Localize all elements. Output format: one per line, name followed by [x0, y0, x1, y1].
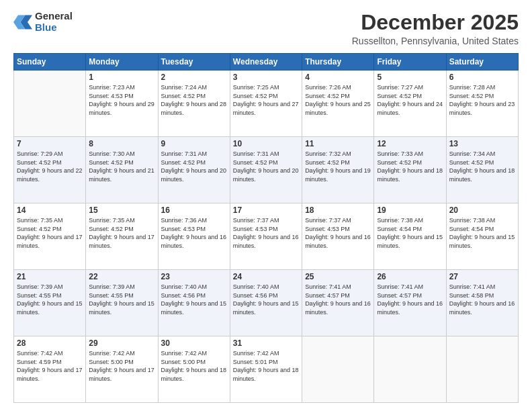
calendar-week-row: 7 Sunrise: 7:29 AMSunset: 4:52 PMDayligh…: [14, 137, 519, 203]
day-info: Sunrise: 7:42 AMSunset: 5:00 PMDaylight:…: [89, 349, 154, 383]
calendar-week-row: 28 Sunrise: 7:42 AMSunset: 4:59 PMDaylig…: [14, 336, 519, 403]
table-row: 20 Sunrise: 7:38 AMSunset: 4:54 PMDaylig…: [446, 203, 518, 270]
table-row: [14, 71, 86, 137]
table-row: 12 Sunrise: 7:33 AMSunset: 4:52 PMDaylig…: [374, 137, 446, 203]
day-info: Sunrise: 7:42 AMSunset: 4:59 PMDaylight:…: [17, 349, 83, 383]
day-number: 7: [17, 139, 83, 148]
table-row: 16 Sunrise: 7:36 AMSunset: 4:53 PMDaylig…: [158, 203, 230, 270]
day-info: Sunrise: 7:28 AMSunset: 4:52 PMDaylight:…: [449, 83, 515, 117]
col-tuesday: Tuesday: [158, 54, 230, 71]
table-row: 30 Sunrise: 7:42 AMSunset: 5:00 PMDaylig…: [158, 336, 230, 403]
day-number: 29: [89, 338, 154, 348]
day-info: Sunrise: 7:38 AMSunset: 4:54 PMDaylight:…: [449, 216, 515, 250]
col-monday: Monday: [86, 54, 158, 71]
table-row: 19 Sunrise: 7:38 AMSunset: 4:54 PMDaylig…: [374, 203, 446, 270]
day-number: 18: [305, 205, 371, 215]
day-number: 1: [89, 73, 154, 82]
table-row: [302, 336, 374, 403]
day-info: Sunrise: 7:26 AMSunset: 4:52 PMDaylight:…: [305, 83, 371, 117]
day-number: 5: [377, 73, 443, 82]
day-number: 4: [305, 73, 371, 82]
table-row: 22 Sunrise: 7:39 AMSunset: 4:55 PMDaylig…: [86, 270, 158, 336]
day-info: Sunrise: 7:23 AMSunset: 4:53 PMDaylight:…: [89, 83, 154, 117]
table-row: [446, 336, 518, 403]
day-number: 13: [449, 139, 515, 148]
table-row: 5 Sunrise: 7:27 AMSunset: 4:52 PMDayligh…: [374, 71, 446, 137]
table-row: 9 Sunrise: 7:31 AMSunset: 4:52 PMDayligh…: [158, 137, 230, 203]
day-number: 16: [161, 205, 227, 215]
table-row: 7 Sunrise: 7:29 AMSunset: 4:52 PMDayligh…: [14, 137, 86, 203]
table-row: 23 Sunrise: 7:40 AMSunset: 4:56 PMDaylig…: [158, 270, 230, 336]
day-info: Sunrise: 7:35 AMSunset: 4:52 PMDaylight:…: [89, 216, 154, 250]
table-row: 29 Sunrise: 7:42 AMSunset: 5:00 PMDaylig…: [86, 336, 158, 403]
table-row: 31 Sunrise: 7:42 AMSunset: 5:01 PMDaylig…: [230, 336, 302, 403]
table-row: 26 Sunrise: 7:41 AMSunset: 4:57 PMDaylig…: [374, 270, 446, 336]
table-row: 8 Sunrise: 7:30 AMSunset: 4:52 PMDayligh…: [86, 137, 158, 203]
header: General Blue December 2025 Russellton, P…: [13, 11, 519, 46]
day-info: Sunrise: 7:29 AMSunset: 4:52 PMDaylight:…: [17, 150, 83, 183]
day-number: 9: [161, 139, 227, 148]
table-row: 2 Sunrise: 7:24 AMSunset: 4:52 PMDayligh…: [158, 71, 230, 137]
calendar-header-row: Sunday Monday Tuesday Wednesday Thursday…: [14, 54, 519, 71]
table-row: 6 Sunrise: 7:28 AMSunset: 4:52 PMDayligh…: [446, 71, 518, 137]
table-row: 4 Sunrise: 7:26 AMSunset: 4:52 PMDayligh…: [302, 71, 374, 137]
logo-blue: Blue: [35, 22, 73, 34]
day-info: Sunrise: 7:39 AMSunset: 4:55 PMDaylight:…: [17, 283, 83, 316]
table-row: 28 Sunrise: 7:42 AMSunset: 4:59 PMDaylig…: [14, 336, 86, 403]
table-row: 15 Sunrise: 7:35 AMSunset: 4:52 PMDaylig…: [86, 203, 158, 270]
day-info: Sunrise: 7:37 AMSunset: 4:53 PMDaylight:…: [305, 216, 371, 250]
col-friday: Friday: [374, 54, 446, 71]
day-info: Sunrise: 7:36 AMSunset: 4:53 PMDaylight:…: [161, 216, 227, 250]
table-row: 10 Sunrise: 7:31 AMSunset: 4:52 PMDaylig…: [230, 137, 302, 203]
day-number: 28: [17, 338, 83, 348]
day-info: Sunrise: 7:27 AMSunset: 4:52 PMDaylight:…: [377, 83, 443, 117]
day-number: 12: [377, 139, 443, 148]
day-info: Sunrise: 7:32 AMSunset: 4:52 PMDaylight:…: [305, 150, 371, 183]
day-info: Sunrise: 7:24 AMSunset: 4:52 PMDaylight:…: [161, 83, 227, 117]
day-number: 31: [233, 338, 299, 348]
logo-general: General: [35, 11, 73, 22]
day-number: 17: [233, 205, 299, 215]
day-info: Sunrise: 7:39 AMSunset: 4:55 PMDaylight:…: [89, 283, 154, 316]
day-number: 22: [89, 272, 154, 281]
table-row: 24 Sunrise: 7:40 AMSunset: 4:56 PMDaylig…: [230, 270, 302, 336]
table-row: 13 Sunrise: 7:34 AMSunset: 4:52 PMDaylig…: [446, 137, 518, 203]
table-row: [374, 336, 446, 403]
table-row: 25 Sunrise: 7:41 AMSunset: 4:57 PMDaylig…: [302, 270, 374, 336]
title-block: December 2025 Russellton, Pennsylvania, …: [352, 11, 519, 46]
day-number: 3: [233, 73, 299, 82]
table-row: 17 Sunrise: 7:37 AMSunset: 4:53 PMDaylig…: [230, 203, 302, 270]
table-row: 14 Sunrise: 7:35 AMSunset: 4:52 PMDaylig…: [14, 203, 86, 270]
calendar-week-row: 14 Sunrise: 7:35 AMSunset: 4:52 PMDaylig…: [14, 203, 519, 270]
day-info: Sunrise: 7:35 AMSunset: 4:52 PMDaylight:…: [17, 216, 83, 250]
day-info: Sunrise: 7:34 AMSunset: 4:52 PMDaylight:…: [449, 150, 515, 183]
logo-text: General Blue: [35, 11, 73, 33]
day-info: Sunrise: 7:41 AMSunset: 4:57 PMDaylight:…: [305, 283, 371, 316]
calendar-table: Sunday Monday Tuesday Wednesday Thursday…: [13, 53, 519, 403]
day-number: 14: [17, 205, 83, 215]
day-info: Sunrise: 7:31 AMSunset: 4:52 PMDaylight:…: [161, 150, 227, 183]
month-title: December 2025: [352, 11, 519, 34]
day-number: 10: [233, 139, 299, 148]
day-info: Sunrise: 7:40 AMSunset: 4:56 PMDaylight:…: [161, 283, 227, 316]
day-info: Sunrise: 7:37 AMSunset: 4:53 PMDaylight:…: [233, 216, 299, 250]
day-number: 26: [377, 272, 443, 281]
col-wednesday: Wednesday: [230, 54, 302, 71]
day-number: 25: [305, 272, 371, 281]
day-info: Sunrise: 7:42 AMSunset: 5:00 PMDaylight:…: [161, 349, 227, 383]
day-number: 11: [305, 139, 371, 148]
day-number: 20: [449, 205, 515, 215]
calendar-week-row: 21 Sunrise: 7:39 AMSunset: 4:55 PMDaylig…: [14, 270, 519, 336]
day-info: Sunrise: 7:31 AMSunset: 4:52 PMDaylight:…: [233, 150, 299, 183]
day-number: 15: [89, 205, 154, 215]
day-number: 6: [449, 73, 515, 82]
day-number: 19: [377, 205, 443, 215]
day-number: 27: [449, 272, 515, 281]
day-info: Sunrise: 7:40 AMSunset: 4:56 PMDaylight:…: [233, 283, 299, 316]
day-info: Sunrise: 7:42 AMSunset: 5:01 PMDaylight:…: [233, 349, 299, 383]
page: General Blue December 2025 Russellton, P…: [0, 0, 532, 411]
day-info: Sunrise: 7:33 AMSunset: 4:52 PMDaylight:…: [377, 150, 443, 183]
day-info: Sunrise: 7:38 AMSunset: 4:54 PMDaylight:…: [377, 216, 443, 250]
col-sunday: Sunday: [14, 54, 86, 71]
day-info: Sunrise: 7:30 AMSunset: 4:52 PMDaylight:…: [89, 150, 154, 183]
